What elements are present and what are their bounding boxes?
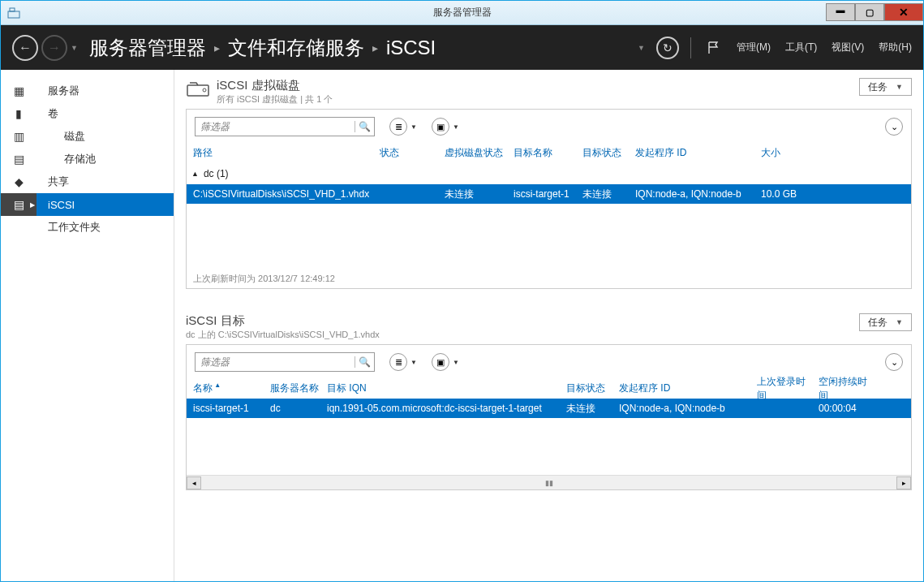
- col-name[interactable]: 名称 ▲: [190, 382, 267, 395]
- main: iSCSI 虚拟磁盘 所有 iSCSI 虚拟磁盘 | 共 1 个 任务▼ 🔍 ≣…: [174, 70, 923, 581]
- filter-input[interactable]: [196, 121, 355, 132]
- virtual-disks-pane: 🔍 ≣▼ ▣▼ ⌄ 路径 状态 虚拟磁盘状态 目标名称 目标状态: [186, 109, 912, 289]
- menu-tools[interactable]: 工具(T): [785, 41, 817, 54]
- tasks-button[interactable]: 任务▼: [859, 313, 912, 331]
- svg-rect-0: [8, 11, 19, 18]
- spacer: [187, 204, 911, 269]
- menu-manage[interactable]: 管理(M): [737, 41, 771, 54]
- window-title: 服务器管理器: [1, 6, 923, 19]
- section-targets: iSCSI 目标 dc 上的 C:\iSCSIVirtualDisks\iSCS…: [186, 313, 912, 490]
- col-path[interactable]: 路径: [190, 146, 376, 160]
- chevron-right-icon: ▸: [372, 41, 378, 54]
- iconbar-local[interactable]: ▮: [1, 102, 37, 125]
- col-last-login[interactable]: 上次登录时间: [754, 375, 815, 403]
- col-idle[interactable]: 空闲持续时间: [815, 375, 877, 403]
- cell-vdisk-status: 未连接: [441, 188, 510, 201]
- iconbar-roles2[interactable]: ◆: [1, 170, 37, 193]
- search-icon[interactable]: 🔍: [355, 121, 374, 132]
- sidebar-item-disks[interactable]: 磁盘: [37, 125, 174, 148]
- table-header: 路径 状态 虚拟磁盘状态 目标名称 目标状态 发起程序 ID 大小: [187, 144, 911, 163]
- iconbar-all[interactable]: ▥: [1, 125, 37, 148]
- svg-point-3: [203, 88, 206, 92]
- collapse-icon: ▲: [191, 170, 199, 178]
- caret-down-icon: ▼: [896, 83, 903, 91]
- col-server-name[interactable]: 服务器名称: [267, 382, 324, 395]
- table-row[interactable]: C:\iSCSIVirtualDisks\iSCSI_VHD_1.vhdx 未连…: [187, 184, 911, 204]
- header-bar: ← → ▼ 服务器管理器 ▸ 文件和存储服务 ▸ iSCSI ▼ ↻ 管理(M)…: [1, 25, 923, 70]
- iconbar-storage-selected[interactable]: ▤: [1, 193, 37, 216]
- scroll-left-button[interactable]: ◂: [187, 476, 201, 489]
- cell-path: C:\iSCSIVirtualDisks\iSCSI_VHD_1.vhdx: [190, 188, 376, 200]
- col-status[interactable]: 状态: [376, 146, 441, 160]
- svg-rect-1: [10, 8, 15, 11]
- sidebar-item-shares[interactable]: 共享: [37, 170, 174, 193]
- flag-icon[interactable]: [703, 37, 725, 59]
- list-options-button[interactable]: ≣▼: [389, 118, 417, 136]
- col-vdisk-status[interactable]: 虚拟磁盘状态: [441, 146, 510, 160]
- menu-help[interactable]: 帮助(H): [879, 41, 912, 54]
- sidebar-item-iscsi[interactable]: iSCSI: [37, 193, 174, 216]
- col-target-name[interactable]: 目标名称: [510, 146, 579, 160]
- group-row[interactable]: ▲dc (1): [187, 163, 911, 184]
- col-target-status[interactable]: 目标状态: [579, 146, 632, 160]
- col-size[interactable]: 大小: [758, 146, 814, 160]
- col-initiator[interactable]: 发起程序 ID: [616, 382, 754, 395]
- maximize-button[interactable]: ▢: [855, 3, 884, 21]
- header-menus: 管理(M) 工具(T) 视图(V) 帮助(H): [737, 41, 912, 54]
- horizontal-scrollbar[interactable]: ◂ ▮▮ ▸: [187, 475, 911, 489]
- chevron-right-icon: ▸: [214, 41, 220, 54]
- targets-table: 名称 ▲ 服务器名称 目标 IQN 目标状态 发起程序 ID 上次登录时间 空闲…: [187, 379, 911, 489]
- crumb-page[interactable]: iSCSI: [386, 37, 436, 59]
- section-subtitle: dc 上的 C:\iSCSIVirtualDisks\iSCSI_VHD_1.v…: [186, 329, 859, 341]
- back-button[interactable]: ←: [12, 35, 38, 61]
- close-button[interactable]: ✕: [884, 3, 923, 21]
- iconbar: ▦ ▮ ▥ ▤ ◆ ▤: [1, 70, 37, 581]
- menu-view[interactable]: 视图(V): [832, 41, 864, 54]
- section-title: iSCSI 目标: [186, 313, 859, 329]
- sidebar-item-volumes[interactable]: 卷: [37, 102, 174, 125]
- sidebar-item-servers[interactable]: 服务器: [37, 80, 174, 102]
- sidebar-item-pools[interactable]: 存储池: [37, 148, 174, 170]
- iconbar-dashboard[interactable]: ▦: [1, 80, 37, 102]
- pane-toolbar: 🔍 ≣▼ ▣▼ ⌄: [187, 110, 911, 144]
- expand-button[interactable]: ⌄: [885, 118, 903, 136]
- minimize-button[interactable]: ▬: [826, 3, 855, 21]
- scroll-track[interactable]: ▮▮: [201, 479, 896, 487]
- sidebar-item-workfolders[interactable]: 工作文件夹: [37, 216, 174, 239]
- save-options-button[interactable]: ▣▼: [432, 353, 459, 371]
- save-options-button[interactable]: ▣▼: [432, 118, 459, 136]
- col-target-status[interactable]: 目标状态: [563, 382, 616, 395]
- scroll-right-button[interactable]: ▸: [896, 476, 911, 489]
- expand-button[interactable]: ⌄: [885, 353, 903, 371]
- cell-initiator: IQN:node-a, IQN:node-b: [632, 188, 758, 200]
- section-virtual-disks: iSCSI 虚拟磁盘 所有 iSCSI 虚拟磁盘 | 共 1 个 任务▼ 🔍 ≣…: [186, 78, 912, 289]
- virtual-disks-table: 路径 状态 虚拟磁盘状态 目标名称 目标状态 发起程序 ID 大小 ▲dc (1…: [187, 144, 911, 288]
- search-icon[interactable]: 🔍: [355, 356, 374, 368]
- col-initiator[interactable]: 发起程序 ID: [632, 146, 758, 160]
- cell-target-status: 未连接: [579, 188, 632, 201]
- filter-box[interactable]: 🔍: [195, 117, 375, 136]
- nav-history-dropdown[interactable]: ▼: [71, 44, 78, 52]
- spacer: [187, 418, 911, 475]
- filter-box[interactable]: 🔍: [195, 352, 375, 372]
- refresh-timestamp: 上次刷新时间为 2013/12/7 12:49:12: [187, 269, 911, 288]
- cell-initiator: IQN:node-a, IQN:node-b: [616, 403, 754, 414]
- crumb-service[interactable]: 文件和存储服务: [228, 35, 364, 61]
- forward-button: →: [41, 35, 67, 61]
- sidebar: 服务器 卷 磁盘 存储池 共享 iSCSI 工作文件夹: [37, 70, 174, 581]
- caret-down-icon[interactable]: ▼: [638, 44, 645, 52]
- refresh-button[interactable]: ↻: [656, 37, 679, 59]
- body: ▦ ▮ ▥ ▤ ◆ ▤ 服务器 卷 磁盘 存储池 共享 iSCSI 工作文件夹: [1, 70, 923, 581]
- cell-name: iscsi-target-1: [190, 403, 267, 414]
- iconbar-roles1[interactable]: ▤: [1, 148, 37, 170]
- col-target-iqn[interactable]: 目标 IQN: [324, 382, 563, 395]
- list-options-button[interactable]: ≣▼: [389, 353, 417, 371]
- header-right: ▼ ↻ 管理(M) 工具(T) 视图(V) 帮助(H): [638, 37, 912, 59]
- filter-input[interactable]: [196, 356, 355, 368]
- sort-asc-icon: ▲: [213, 382, 221, 389]
- cell-status: 未连接: [563, 402, 616, 416]
- breadcrumb: 服务器管理器 ▸ 文件和存储服务 ▸ iSCSI: [89, 35, 436, 61]
- crumb-root[interactable]: 服务器管理器: [89, 35, 206, 61]
- table-header: 名称 ▲ 服务器名称 目标 IQN 目标状态 发起程序 ID 上次登录时间 空闲…: [187, 379, 911, 399]
- tasks-button[interactable]: 任务▼: [859, 78, 912, 96]
